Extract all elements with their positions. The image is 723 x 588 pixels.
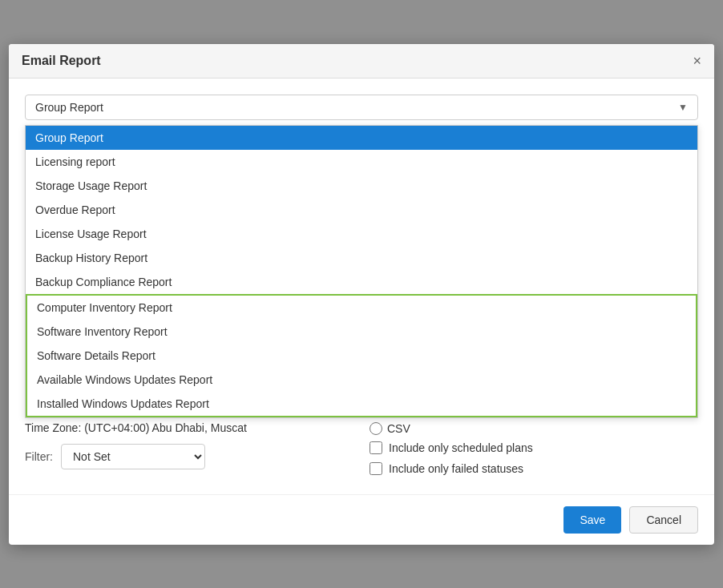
modal-overlay: Email Report × Group Report ▼ Group Repo… bbox=[0, 0, 723, 588]
modal-footer: Save Cancel bbox=[9, 494, 714, 545]
report-type-dropdown-container: Group Report ▼ Group Report Licensing re… bbox=[25, 95, 698, 120]
inventory-group: Computer Inventory Report Software Inven… bbox=[26, 294, 697, 417]
modal-body: Group Report ▼ Group Report Licensing re… bbox=[9, 79, 714, 483]
dropdown-item-licensing-report[interactable]: Licensing report bbox=[26, 150, 697, 174]
report-type-select[interactable]: Group Report ▼ bbox=[25, 95, 698, 120]
report-type-listbox: Group Report Licensing report Storage Us… bbox=[25, 125, 698, 418]
dropdown-item-software-inventory[interactable]: Software Inventory Report bbox=[27, 320, 696, 344]
dropdown-item-available-windows[interactable]: Available Windows Updates Report bbox=[27, 368, 696, 392]
cancel-button[interactable]: Cancel bbox=[629, 506, 698, 534]
include-scheduled-checkbox[interactable] bbox=[370, 441, 382, 454]
modal-title: Email Report bbox=[22, 54, 101, 68]
dropdown-item-storage-usage[interactable]: Storage Usage Report bbox=[26, 174, 697, 198]
include-failed-checkbox[interactable] bbox=[370, 462, 382, 475]
include-scheduled-row: Include only scheduled plans bbox=[370, 441, 698, 454]
csv-radio[interactable] bbox=[370, 422, 382, 435]
dropdown-item-software-details[interactable]: Software Details Report bbox=[27, 344, 696, 368]
include-failed-label: Include only failed statuses bbox=[389, 462, 523, 475]
modal-header: Email Report × bbox=[9, 44, 714, 79]
selected-report-label: Group Report bbox=[35, 101, 678, 114]
dropdown-item-backup-compliance[interactable]: Backup Compliance Report bbox=[26, 270, 697, 294]
include-scheduled-label: Include only scheduled plans bbox=[389, 441, 533, 454]
dropdown-item-computer-inventory[interactable]: Computer Inventory Report bbox=[27, 296, 696, 320]
filter-select[interactable]: Not Set bbox=[61, 444, 205, 469]
dropdown-item-backup-history[interactable]: Backup History Report bbox=[26, 246, 697, 270]
dropdown-item-group-report[interactable]: Group Report bbox=[26, 126, 697, 150]
timezone-value: (UTC+04:00) Abu Dhabi, Muscat bbox=[84, 421, 247, 434]
csv-label: CSV bbox=[387, 422, 410, 435]
close-button[interactable]: × bbox=[693, 54, 701, 68]
dropdown-item-license-usage[interactable]: License Usage Report bbox=[26, 222, 697, 246]
dropdown-item-overdue[interactable]: Overdue Report bbox=[26, 198, 697, 222]
dropdown-chevron-icon: ▼ bbox=[678, 102, 688, 113]
filter-row: Filter: Not Set bbox=[25, 444, 353, 469]
include-failed-row: Include only failed statuses bbox=[370, 462, 698, 475]
save-button[interactable]: Save bbox=[563, 506, 621, 534]
timezone-row: Time Zone: (UTC+04:00) Abu Dhabi, Muscat bbox=[25, 421, 353, 434]
filter-label: Filter: bbox=[25, 450, 53, 463]
csv-radio-row: CSV bbox=[370, 422, 698, 435]
dropdown-item-installed-windows[interactable]: Installed Windows Updates Report bbox=[27, 392, 696, 416]
timezone-label: Time Zone: bbox=[25, 421, 81, 434]
email-report-modal: Email Report × Group Report ▼ Group Repo… bbox=[9, 44, 714, 545]
